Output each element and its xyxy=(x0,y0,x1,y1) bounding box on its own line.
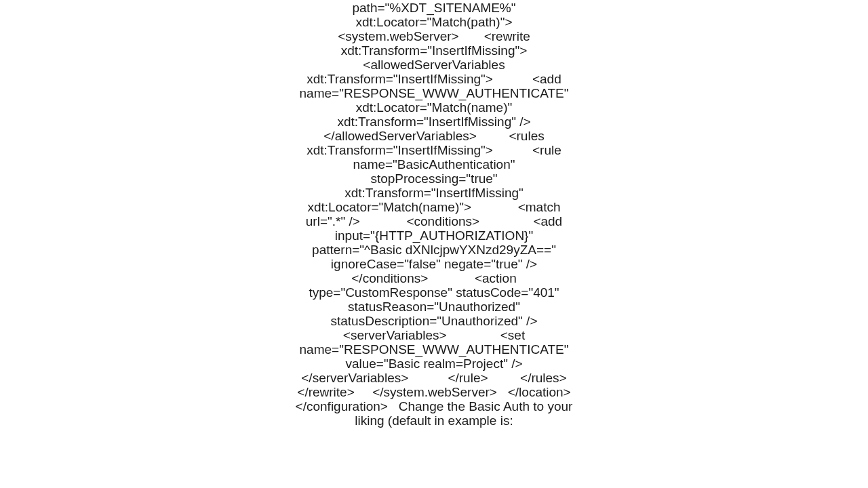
document-body: -Document-Transform"> <location path="%X… xyxy=(288,0,580,428)
